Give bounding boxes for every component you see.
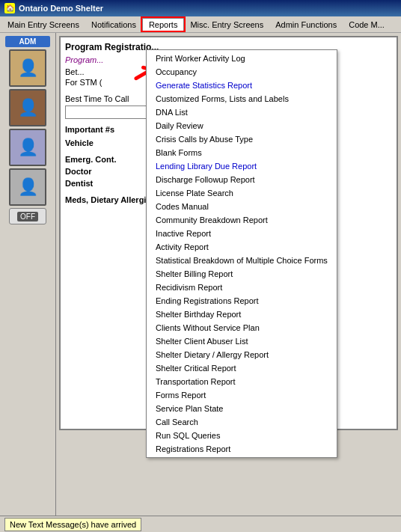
- title-text: Ontario Demo Shelter: [19, 4, 103, 13]
- dropdown-item-customized-forms[interactable]: Customized Forms, Lists and Labels: [147, 92, 337, 106]
- dropdown-item-activity-report[interactable]: Activity Report: [147, 240, 337, 254]
- sidebar-toggle[interactable]: OFF: [9, 208, 46, 224]
- dropdown-item-ending-registrations[interactable]: Ending Registrations Report: [147, 294, 337, 308]
- dropdown-item-run-sql[interactable]: Run SQL Queries: [147, 429, 337, 442]
- menu-code-m[interactable]: Code M...: [343, 19, 391, 31]
- dropdown-item-daily-review[interactable]: Daily Review: [147, 119, 337, 132]
- toggle-label: OFF: [17, 212, 38, 221]
- dropdown-item-discharge-followup[interactable]: Discharge Followup Report: [147, 173, 337, 186]
- dropdown-item-community-breakdown[interactable]: Community Breakdown Report: [147, 213, 337, 227]
- avatar-4[interactable]: 👤: [9, 168, 46, 206]
- dropdown-item-crisis-calls[interactable]: Crisis Calls by Abuse Type: [147, 132, 337, 146]
- dropdown-item-statistical-breakdown[interactable]: Statistical Breakdown of Multiple Choice…: [147, 254, 337, 267]
- dropdown-item-lending-library[interactable]: Lending Library Due Report: [147, 159, 337, 173]
- menu-main-entry[interactable]: Main Entry Screens: [1, 19, 85, 31]
- sidebar-label: ADM: [5, 36, 50, 47]
- dropdown-item-shelter-billing[interactable]: Shelter Billing Report: [147, 267, 337, 281]
- main-content: ADM 👤 👤 👤 👤 OFF Program Registratio... P…: [0, 33, 401, 532]
- dropdown-item-registrations-report[interactable]: Registrations Report: [147, 442, 337, 456]
- notification-message: New Text Message(s) have arrived: [4, 518, 141, 531]
- best-time-input[interactable]: [65, 106, 155, 119]
- menu-bar: Main Entry Screens Notifications Reports…: [0, 16, 401, 33]
- dropdown-item-shelter-birthday[interactable]: Shelter Birthday Report: [147, 308, 337, 321]
- dropdown-item-clients-without[interactable]: Clients Without Service Plan: [147, 321, 337, 334]
- dropdown-item-shelter-dietary[interactable]: Shelter Dietary / Allergy Report: [147, 348, 337, 361]
- dropdown-item-shelter-client-abuser[interactable]: Shelter Client Abuser List: [147, 334, 337, 348]
- dropdown-item-transportation[interactable]: Transportation Report: [147, 375, 337, 388]
- avatar-3[interactable]: 👤: [9, 129, 46, 166]
- avatar-2[interactable]: 👤: [9, 89, 46, 126]
- dropdown-item-occupancy[interactable]: Occupancy: [147, 65, 337, 79]
- dropdown-item-blank-forms[interactable]: Blank Forms: [147, 146, 337, 159]
- dropdown-item-codes-manual[interactable]: Codes Manual: [147, 200, 337, 213]
- dropdown-item-generate-stats[interactable]: Generate Statistics Report: [147, 79, 337, 92]
- dropdown-item-recidivism[interactable]: Recidivism Report: [147, 281, 337, 294]
- menu-misc-entry[interactable]: Misc. Entry Screens: [184, 19, 269, 31]
- avatar-1[interactable]: 👤: [9, 49, 46, 87]
- dropdown-item-service-plan-state[interactable]: Service Plan State: [147, 402, 337, 415]
- dropdown-item-dna-list[interactable]: DNA List: [147, 106, 337, 119]
- dropdown-item-inactive-report[interactable]: Inactive Report: [147, 227, 337, 240]
- reports-dropdown: Print Worker Activity LogOccupancyGenera…: [146, 49, 337, 458]
- dropdown-item-call-search[interactable]: Call Search: [147, 415, 337, 429]
- dropdown-item-license-plate[interactable]: License Plate Search: [147, 186, 337, 200]
- app-icon: 🏠: [4, 3, 15, 13]
- status-bar: New Text Message(s) have arrived: [0, 516, 401, 532]
- menu-notifications[interactable]: Notifications: [85, 19, 142, 31]
- menu-admin-functions[interactable]: Admin Functions: [269, 19, 343, 31]
- dropdown-item-print-worker[interactable]: Print Worker Activity Log: [147, 52, 337, 65]
- dropdown-item-shelter-critical[interactable]: Shelter Critical Report: [147, 361, 337, 375]
- sidebar: ADM 👤 👤 👤 👤 OFF: [0, 33, 56, 532]
- title-bar: 🏠 Ontario Demo Shelter: [0, 0, 401, 16]
- menu-reports[interactable]: Reports: [142, 18, 185, 31]
- dropdown-item-forms-report[interactable]: Forms Report: [147, 388, 337, 402]
